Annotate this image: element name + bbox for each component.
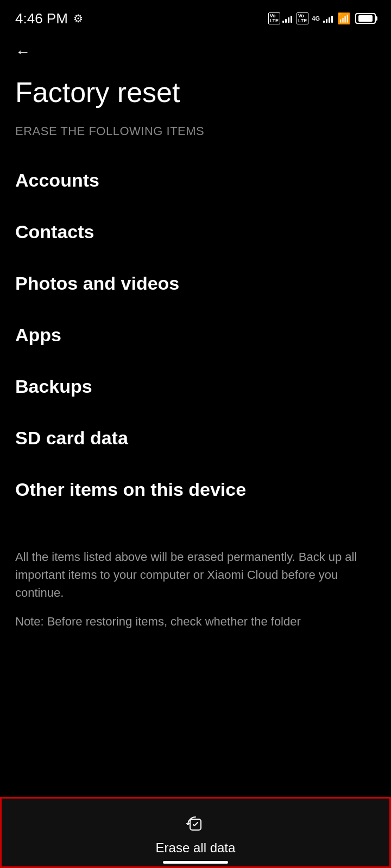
erase-icon-svg [186, 815, 205, 834]
signal-bar [291, 16, 292, 23]
list-item-text-backups: Backups [15, 376, 92, 397]
list-item-text-contacts: Contacts [15, 221, 94, 242]
section-header: ERASE THE FOLLOWING ITEMS [0, 124, 391, 155]
erase-all-data-button[interactable]: Erase all data [2, 809, 389, 861]
status-time: 4:46 PM [15, 10, 68, 27]
signal-bar [288, 17, 289, 23]
lte-4g-badge: 4G [311, 15, 321, 22]
signal-bar [331, 16, 333, 23]
warning-section: All the items listed above will be erase… [0, 515, 391, 641]
volte-badge-2: VoLTE [297, 12, 308, 24]
wifi-icon: 📶 [337, 12, 351, 25]
signal-bars-2 [323, 14, 333, 23]
list-item-backups: Backups [15, 361, 376, 412]
back-arrow-icon[interactable]: ← [15, 43, 30, 60]
status-left: 4:46 PM ⚙ [15, 10, 83, 27]
list-item-accounts: Accounts [15, 155, 376, 206]
signal-bar [326, 19, 327, 23]
erase-items-list: Accounts Contacts Photos and videos Apps… [0, 155, 391, 515]
signal-bar [323, 21, 325, 23]
list-item-text-photos-videos: Photos and videos [15, 273, 179, 293]
battery-tip [376, 16, 377, 21]
volte-badge-1: VoLTE [268, 12, 280, 24]
signal-bar [329, 17, 330, 23]
home-indicator [163, 861, 228, 864]
list-item-photos-videos: Photos and videos [15, 258, 376, 309]
warning-main-text: All the items listed above will be erase… [15, 548, 376, 602]
gear-icon: ⚙ [73, 12, 83, 25]
battery-indicator: 61 [355, 13, 376, 24]
back-button[interactable]: ← [0, 33, 391, 66]
list-item-apps: Apps [15, 309, 376, 361]
signal-group-2: VoLTE 4G [297, 12, 333, 24]
erase-reset-icon [186, 815, 205, 836]
section-header-text: ERASE THE FOLLOWING ITEMS [15, 124, 204, 138]
bottom-bar: Erase all data [0, 797, 391, 868]
list-item-other-items: Other items on this device [15, 464, 376, 515]
erase-button-label: Erase all data [156, 840, 236, 856]
page-title-container: Factory reset [0, 66, 391, 124]
list-item-text-other-items: Other items on this device [15, 479, 246, 500]
list-item-text-sd-card: SD card data [15, 427, 128, 448]
signal-bar [285, 19, 287, 23]
status-right: VoLTE VoLTE 4G 📶 61 [268, 12, 376, 25]
battery-text: 61 [362, 15, 369, 22]
list-item-sd-card: SD card data [15, 412, 376, 464]
page-title: Factory reset [15, 77, 376, 108]
list-item-text-accounts: Accounts [15, 170, 99, 190]
list-item-contacts: Contacts [15, 206, 376, 258]
warning-note-text: Note: Before restoring items, check whet… [15, 612, 376, 630]
list-item-text-apps: Apps [15, 324, 61, 345]
signal-bar [282, 21, 284, 23]
status-bar: 4:46 PM ⚙ VoLTE VoLTE 4G 📶 [0, 0, 391, 33]
signal-bars-1 [282, 14, 292, 23]
signal-group-1: VoLTE [268, 12, 292, 24]
